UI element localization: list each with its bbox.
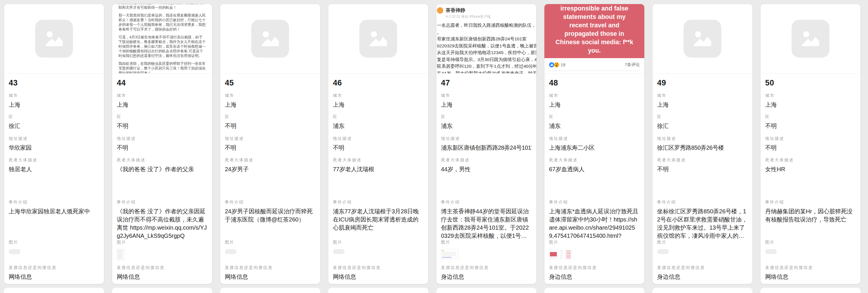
field-label-image: 图片 xyxy=(549,240,640,245)
image-placeholder xyxy=(220,4,320,73)
field-label-direct: 直接信息还是间接信息 xyxy=(657,265,748,270)
partial-card[interactable] xyxy=(328,288,428,293)
field-label-address: 地址描述 xyxy=(9,136,99,141)
thumbnail-row xyxy=(441,249,532,259)
field-value-direct: 身边信息 xyxy=(549,273,640,281)
field-label-city: 城市 xyxy=(225,93,315,98)
field-label-deceased: 死者大体描述 xyxy=(333,157,424,163)
field-label-direct: 直接信息还是间接信息 xyxy=(117,265,208,270)
field-value-address: 徐汇区罗秀路850弄26号楼 xyxy=(657,144,748,152)
field-label-address: 地址描述 xyxy=(765,136,856,141)
thumbnail-row xyxy=(225,249,315,254)
field-label-address: 地址描述 xyxy=(441,136,532,141)
pill-thumbnail xyxy=(657,249,669,254)
card-media xyxy=(328,4,428,74)
field-label-deceased: 死者大体描述 xyxy=(441,157,532,163)
next-row xyxy=(4,288,861,293)
field-value-address: 不明 xyxy=(765,144,856,152)
image-placeholder-icon xyxy=(35,20,73,58)
share-icon xyxy=(616,73,622,74)
article-screenshot: 人都没有这样的机会。一个病人需要几十个人的同时帮助和关怀才有可能获得一丝的机会！… xyxy=(112,4,212,74)
strip-thumbnail xyxy=(560,249,563,260)
field-value-deceased: 67岁血透病人 xyxy=(549,165,640,173)
field-value-address: 不明 xyxy=(333,144,424,152)
weibo-username: 茶香禅静 xyxy=(445,7,465,14)
image-placeholder-icon xyxy=(684,20,721,58)
partial-card[interactable] xyxy=(761,288,861,293)
record-number: 50 xyxy=(765,79,856,87)
field-value-district: 不明 xyxy=(765,122,856,130)
image-placeholder-icon xyxy=(359,20,397,58)
field-value-city: 上海 xyxy=(765,100,856,109)
record-card[interactable]: 45 城市 上海 区 不明 地址描述 不明 死者大体描述 24岁男子 事件介绍 … xyxy=(220,4,320,284)
facebook-red-post: irresponsible and falsestatements about … xyxy=(545,4,644,58)
field-value-direct: 网络信息 xyxy=(9,273,99,281)
field-label-address: 地址描述 xyxy=(117,136,208,141)
field-label-deceased: 死者大体描述 xyxy=(657,157,748,163)
fb-red-lines: irresponsible and falsestatements about … xyxy=(555,4,633,55)
field-value-district: 浦东 xyxy=(441,122,532,130)
field-value-city: 上海 xyxy=(549,100,640,109)
thumbnail-row xyxy=(117,249,208,260)
field-value-event: 《我的爸爸 没了》作者的父亲因延误治疗而不得不高位截肢，未久遍离世 https:… xyxy=(117,207,208,240)
fb-like-button[interactable]: 赞 xyxy=(556,73,568,74)
card-media: 人都没有这样的机会。一个病人需要几十个人的同时帮助和关怀才有可能获得一丝的机会！… xyxy=(112,4,212,74)
card-row: 43 城市 上海 区 徐汇 地址描述 华欣家园 死者大体描述 独居老人 事件介绍… xyxy=(4,4,861,284)
card-media xyxy=(761,4,861,74)
field-label-district: 区 xyxy=(9,114,99,119)
record-card[interactable]: 46 城市 上海 区 浦东 地址描述 不明 死者大体描述 77岁老人沈瑞根 事件… xyxy=(328,4,428,284)
field-value-district: 徐汇 xyxy=(9,122,99,130)
field-value-event: 上海浦东*血透病人延误治疗致死且遗体滞留家中约30小时！https://shar… xyxy=(549,207,640,240)
field-label-city: 城市 xyxy=(549,93,640,98)
field-label-direct: 直接信息还是间接信息 xyxy=(333,265,424,270)
field-value-deceased: 24岁男子 xyxy=(225,165,315,173)
partial-card[interactable] xyxy=(652,288,752,293)
fb-reaction-count: 19 xyxy=(561,62,565,67)
partial-card[interactable] xyxy=(112,288,212,293)
record-card[interactable]: 茶香禅静 4-2 02:31 来自 iPhone客户端 一名志愿者，昨日我投入路… xyxy=(436,4,536,284)
fb-wow-reaction-icon xyxy=(554,62,559,67)
field-label-direct: 直接信息还是间接信息 xyxy=(225,265,315,270)
field-label-event: 事件介绍 xyxy=(549,200,640,205)
partial-card[interactable] xyxy=(220,288,320,293)
field-label-district: 区 xyxy=(549,114,640,119)
weibo-screenshot: 茶香禅静 4-2 02:31 来自 iPhone客户端 一名志愿者，昨日我投入路… xyxy=(436,4,536,74)
fb-share-button[interactable]: 分享 xyxy=(616,73,633,74)
field-label-city: 城市 xyxy=(333,93,424,98)
field-value-address: 华欣家园 xyxy=(9,144,99,152)
field-value-city: 上海 xyxy=(441,100,532,109)
thumbnail-row xyxy=(333,249,424,254)
field-value-direct: 网络信息 xyxy=(225,273,315,281)
field-label-event: 事件介绍 xyxy=(117,200,208,205)
field-value-city: 上海 xyxy=(117,100,208,109)
record-card[interactable]: 49 城市 上海 区 徐汇 地址描述 徐汇区罗秀路850弄26号楼 死者大体描述… xyxy=(652,4,752,284)
field-label-image: 图片 xyxy=(9,240,99,245)
record-number: 45 xyxy=(225,79,315,87)
partial-card[interactable] xyxy=(545,288,644,293)
field-label-deceased: 死者大体描述 xyxy=(117,157,208,163)
field-label-image: 图片 xyxy=(333,240,424,245)
field-label-deceased: 死者大体描述 xyxy=(9,157,99,163)
field-label-direct: 直接信息还是间接信息 xyxy=(9,265,99,270)
field-label-city: 城市 xyxy=(765,93,856,98)
partial-card[interactable] xyxy=(4,288,104,293)
partial-card[interactable] xyxy=(436,288,536,293)
record-card[interactable]: 人都没有这样的机会。一个病人需要几十个人的同时帮助和关怀才有可能获得一丝的机会！… xyxy=(112,4,212,284)
pill-thumbnail xyxy=(765,249,777,254)
record-card[interactable]: 43 城市 上海 区 徐汇 地址描述 华欣家园 死者大体描述 独居老人 事件介绍… xyxy=(4,4,104,284)
field-value-address: 不明 xyxy=(117,144,208,152)
field-label-image: 图片 xyxy=(765,240,856,245)
image-placeholder xyxy=(652,4,752,73)
field-label-direct: 直接信息还是间接信息 xyxy=(441,265,532,270)
field-label-event: 事件介绍 xyxy=(441,200,532,205)
fb-comment-button[interactable]: 评论 xyxy=(584,73,600,74)
image-placeholder xyxy=(761,4,861,73)
thumbnail-row xyxy=(9,249,99,254)
record-card[interactable]: irresponsible and falsestatements about … xyxy=(545,4,644,284)
pill-thumbnail xyxy=(333,249,344,254)
record-card[interactable]: 50 城市 上海 区 不明 地址描述 不明 死者大体描述 女性HR 事件介绍 丹… xyxy=(761,4,861,284)
card-media xyxy=(220,4,320,74)
field-label-direct: 直接信息还是间接信息 xyxy=(549,265,640,270)
thumbnail-row xyxy=(657,249,748,254)
field-label-district: 区 xyxy=(765,114,856,119)
